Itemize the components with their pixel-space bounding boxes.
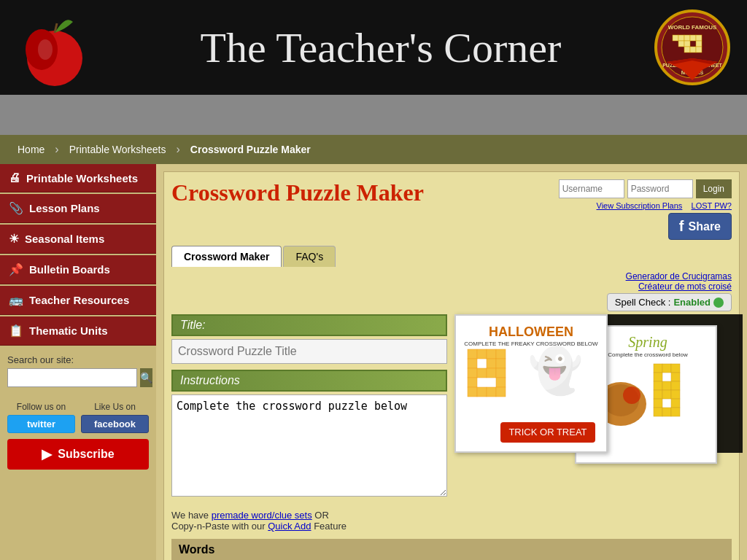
svg-rect-53 (671, 373, 680, 381)
follow-label: Follow us on (7, 402, 75, 412)
sidebar-label-teacher-resources: Teacher Resources (29, 294, 129, 306)
instructions-label: Instructions (171, 370, 447, 392)
sidebar-label-thematic-units: Thematic Units (29, 324, 108, 337)
svg-text:Complete the crossword below: Complete the crossword below (608, 351, 688, 358)
generador-link[interactable]: Generador de Crucigramas (171, 271, 732, 281)
svg-rect-31 (477, 368, 487, 378)
preview-images: HALLOWEEN COMPLETE THE FREAKY CROSSWORD … (454, 314, 732, 518)
search-section: Search our site: 🔍 (0, 347, 156, 394)
login-links: View Subscription Plans LOST PW? (597, 201, 732, 210)
svg-rect-11 (690, 35, 696, 41)
svg-rect-64 (671, 408, 680, 416)
svg-text:Spring: Spring (628, 334, 667, 351)
subscription-link[interactable]: View Subscription Plans (597, 201, 683, 210)
seasonal-icon: ☀ (9, 232, 19, 246)
password-input[interactable] (627, 179, 693, 198)
header: The Teacher's Corner WORLD FAMOUS PUZZLE… (0, 0, 747, 95)
svg-rect-12 (696, 35, 702, 41)
thematic-icon: 📋 (9, 324, 23, 338)
svg-text:HALLOWEEN: HALLOWEEN (489, 324, 573, 339)
svg-rect-52 (654, 373, 662, 381)
social-section: Follow us on twitter Like Us on facebook… (0, 394, 156, 477)
twitter-button[interactable]: twitter (7, 415, 75, 433)
ad-bar (0, 95, 747, 135)
teacher-icon: 🚌 (9, 293, 23, 307)
quick-add-link[interactable]: Quick Add (268, 521, 311, 532)
tab-crossword-maker[interactable]: Crossword Maker (171, 246, 282, 267)
tab-faqs[interactable]: FAQ's (283, 246, 336, 267)
sidebar-item-bulletin-boards[interactable]: 📌 Bulletin Boards (0, 255, 156, 284)
svg-text:TRICK OR TREAT: TRICK OR TREAT (508, 427, 587, 438)
svg-rect-62 (654, 408, 662, 416)
svg-rect-39 (496, 387, 506, 397)
sidebar-item-teacher-resources[interactable]: 🚌 Teacher Resources (0, 286, 156, 315)
svg-rect-10 (684, 41, 690, 47)
spell-check-status: Enabled (673, 297, 711, 308)
facebook-button[interactable]: facebook (81, 415, 149, 433)
search-input[interactable] (7, 368, 137, 387)
instructions-textarea[interactable]: Complete the crossword puzzle below (171, 394, 447, 497)
svg-rect-25 (487, 349, 496, 359)
svg-rect-13 (696, 41, 702, 47)
main-layout: 🖨 Printable Worksheets 📎 Lesson Plans ☀ … (0, 164, 747, 560)
share-label: Share (689, 220, 721, 233)
title-input[interactable] (171, 339, 447, 364)
svg-rect-14 (684, 47, 690, 52)
svg-rect-50 (662, 364, 671, 373)
lesson-icon: 📎 (9, 201, 23, 215)
svg-rect-55 (662, 381, 671, 390)
sidebar-label-seasonal-items: Seasonal Items (25, 233, 104, 245)
breadcrumb-printable-worksheets[interactable]: Printable Worksheets (59, 135, 177, 164)
search-row: 🔍 (7, 368, 149, 387)
svg-rect-36 (468, 387, 477, 397)
facebook-col: Like Us on facebook (81, 402, 149, 433)
breadcrumb: Home › Printable Worksheets › Crossword … (0, 135, 747, 164)
subscribe-label: Subscribe (58, 448, 114, 461)
sidebar-label-bulletin-boards: Bulletin Boards (29, 263, 110, 276)
sidebar-item-lesson-plans[interactable]: 📎 Lesson Plans (0, 194, 156, 223)
login-button[interactable]: Login (696, 179, 732, 198)
sidebar-item-thematic-units[interactable]: 📋 Thematic Units (0, 316, 156, 346)
bulletin-icon: 📌 (9, 262, 23, 276)
svg-rect-38 (487, 387, 496, 397)
spell-check-bar: Spell Check : Enabled (171, 293, 732, 311)
createur-link[interactable]: Créateur de mots croisé (171, 281, 732, 292)
subscribe-button[interactable]: ▶ Subscribe (7, 439, 149, 470)
lost-pw-link[interactable]: LOST PW? (692, 201, 732, 210)
svg-point-48 (623, 386, 640, 404)
svg-rect-16 (696, 47, 702, 52)
sidebar-item-seasonal-items[interactable]: ☀ Seasonal Items (0, 225, 156, 254)
svg-rect-61 (671, 399, 680, 408)
words-section: Words 1 (171, 539, 732, 560)
svg-rect-27 (468, 359, 477, 368)
tabs-row: Crossword Maker FAQ's (171, 246, 732, 267)
sidebar: 🖨 Printable Worksheets 📎 Lesson Plans ☀ … (0, 164, 156, 560)
halloween-preview: HALLOWEEN COMPLETE THE FREAKY CROSSWORD … (454, 314, 608, 453)
generator-links: Generador de Crucigramas Créateur de mot… (171, 271, 732, 292)
search-label: Search our site: (7, 354, 149, 365)
svg-rect-15 (690, 47, 696, 52)
print-icon: 🖨 (9, 171, 20, 184)
premade-link[interactable]: premade word/clue sets (212, 510, 312, 521)
sidebar-item-printable-worksheets[interactable]: 🖨 Printable Worksheets (0, 164, 156, 192)
svg-rect-24 (477, 349, 487, 359)
premade-text: We have premade word/clue sets OR Copy-n… (171, 510, 447, 532)
svg-rect-56 (671, 381, 680, 390)
twitter-col: Follow us on twitter (7, 402, 75, 433)
username-input[interactable] (559, 179, 624, 198)
breadcrumb-home[interactable]: Home (7, 135, 55, 164)
sidebar-label-lesson-plans: Lesson Plans (29, 202, 100, 214)
facebook-share-button[interactable]: f Share (668, 213, 732, 240)
words-header: Words (171, 539, 732, 560)
svg-text:WORLD FAMOUS: WORLD FAMOUS (668, 24, 717, 31)
svg-rect-57 (654, 390, 662, 399)
spell-check-dot (713, 298, 724, 308)
spell-check-label: Spell Check : (615, 297, 671, 308)
content-inner: Crossword Puzzle Maker Login View Subscr… (163, 171, 740, 560)
breadcrumb-crossword-maker: Crossword Puzzle Maker (180, 135, 321, 164)
svg-rect-59 (671, 390, 680, 399)
svg-rect-29 (496, 359, 506, 368)
search-button[interactable]: 🔍 (140, 368, 152, 387)
svg-rect-9 (684, 35, 690, 41)
content-area: Crossword Puzzle Maker Login View Subscr… (156, 164, 747, 560)
